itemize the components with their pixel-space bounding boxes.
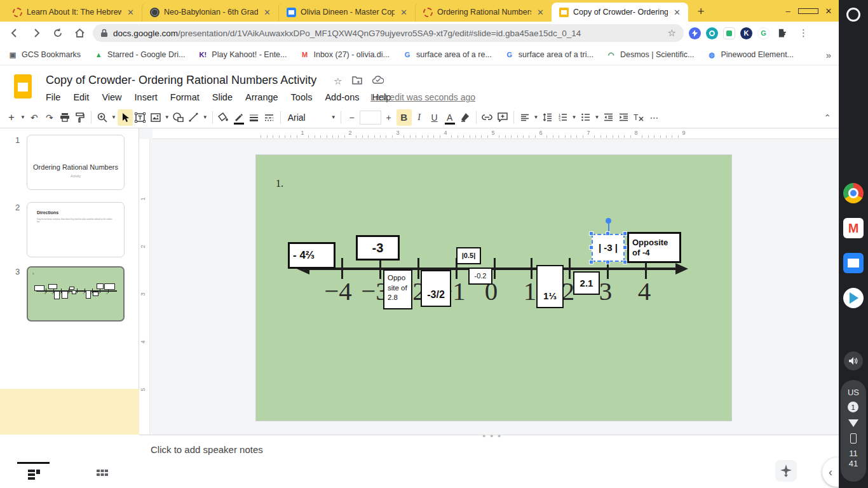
bold-button[interactable]: B	[397, 109, 412, 126]
zoom-button[interactable]	[95, 109, 110, 126]
box-2-1[interactable]: 2.1	[573, 271, 600, 295]
undo-button[interactable]: ↶	[27, 109, 42, 126]
bulleted-list-button[interactable]	[578, 109, 593, 126]
insert-link-button[interactable]	[480, 109, 495, 126]
extension-screencast-icon[interactable]	[723, 27, 735, 39]
browser-menu-icon[interactable]: ⋮	[796, 27, 811, 39]
close-window-button[interactable]: ✕	[818, 6, 839, 16]
redo-button[interactable]: ↷	[42, 109, 57, 126]
browser-tab-2[interactable]: Neo-Babylonian - 6th Grade S✕	[142, 3, 278, 22]
insert-line-button[interactable]	[186, 109, 201, 126]
bookmark-5[interactable]: Gsurface area of a re...	[402, 50, 492, 60]
resize-handle[interactable]	[589, 231, 593, 236]
fill-color-button[interactable]	[216, 109, 231, 126]
status-tray[interactable]: US 1 11 41	[841, 380, 866, 482]
align-button[interactable]	[517, 109, 532, 126]
bookmark-4[interactable]: MInbox (27) - olivia.di...	[299, 50, 390, 60]
box-neg-0-2[interactable]: -0.2	[468, 268, 492, 285]
bookmark-star-icon[interactable]: ☆	[668, 27, 676, 39]
collapse-toolbar-button[interactable]: ⌃	[820, 109, 835, 126]
border-color-button[interactable]	[231, 109, 247, 126]
box-neg-3[interactable]: -3	[356, 235, 400, 261]
box-neg-4-two-thirds[interactable]: - 4⅔	[288, 242, 336, 269]
box-abs-0-5[interactable]: |0.5|	[456, 247, 481, 264]
new-slide-button[interactable]: +	[4, 109, 19, 126]
cloud-status-icon[interactable]	[372, 76, 384, 87]
box-abs-neg-3[interactable]: | -3 |	[592, 234, 625, 262]
resize-handle[interactable]	[606, 260, 610, 264]
rotation-handle[interactable]	[606, 218, 611, 224]
menu-slide[interactable]: Slide	[212, 92, 233, 102]
numbered-list-button[interactable]: 123	[555, 109, 571, 126]
menu-insert[interactable]: Insert	[135, 92, 158, 102]
extension-grammarly-icon[interactable]: G	[757, 27, 770, 39]
font-size-input[interactable]	[360, 111, 381, 125]
slide-thumbnail-2[interactable]: Directions Drag the text boxes and place…	[27, 202, 125, 257]
bookmark-7[interactable]: ◠Desmos | Scientific...	[606, 50, 694, 60]
tab-close-icon[interactable]: ✕	[126, 8, 135, 17]
paint-format-button[interactable]	[72, 109, 88, 126]
underline-button[interactable]: U	[427, 109, 442, 126]
browser-tab-5[interactable]: Copy of Crowder- Ordering Ra✕	[552, 3, 688, 22]
play-store-shelf-icon[interactable]	[843, 288, 864, 308]
insert-shape-button[interactable]	[171, 109, 186, 126]
minimize-button[interactable]: –	[778, 6, 798, 16]
extension-kami-icon[interactable]: K	[740, 27, 752, 39]
menu-view[interactable]: View	[102, 92, 121, 102]
explore-button[interactable]	[775, 460, 797, 482]
browser-tab-1[interactable]: Learn About It: The Hebrews a✕	[5, 3, 142, 22]
star-document-icon[interactable]: ☆	[334, 76, 342, 87]
print-button[interactable]	[57, 109, 72, 126]
resize-handle[interactable]	[623, 260, 627, 264]
insert-image-button[interactable]	[148, 109, 163, 126]
move-folder-icon[interactable]	[352, 76, 362, 87]
new-tab-button[interactable]: +	[692, 3, 710, 20]
tab-close-icon[interactable]: ✕	[672, 8, 682, 17]
font-size-increase-button[interactable]: +	[381, 109, 397, 126]
extension-lightning-icon[interactable]	[689, 27, 701, 39]
select-tool-button[interactable]	[118, 109, 133, 126]
border-dash-button[interactable]	[262, 109, 277, 126]
border-weight-button[interactable]	[247, 109, 262, 126]
menu-file[interactable]: File	[46, 92, 60, 102]
address-bar[interactable]: docs.google.com/presentation/d/1VAikAuwa…	[93, 24, 684, 42]
browser-tab-3[interactable]: Olivia Dineen - Master Copy Ti✕	[278, 3, 415, 22]
text-box-button[interactable]	[133, 109, 148, 126]
numbered-list-dropdown[interactable]: ▼	[571, 114, 578, 120]
audio-settings-icon[interactable]	[844, 351, 863, 370]
speaker-notes-panel[interactable]: ● ● ● Click to add speaker notes	[139, 435, 839, 488]
increase-indent-button[interactable]	[616, 109, 631, 126]
back-button[interactable]	[6, 25, 23, 41]
bulleted-list-dropdown[interactable]: ▼	[593, 114, 600, 120]
home-button[interactable]	[71, 25, 88, 41]
text-color-button[interactable]: A	[442, 109, 458, 126]
box-neg-3-over-2[interactable]: -3/2	[421, 270, 451, 307]
box-opposite-of-neg-4[interactable]: Opposite of -4	[627, 232, 681, 263]
document-title[interactable]: Copy of Crowder- Ordering Rational Numbe…	[46, 74, 316, 87]
menu-format[interactable]: Format	[170, 92, 200, 102]
clear-formatting-button[interactable]: T	[631, 109, 646, 126]
insert-comment-button[interactable]	[495, 109, 510, 126]
browser-tab-4[interactable]: Ordering Rational Numbers✕	[415, 3, 552, 22]
menu-edit[interactable]: Edit	[73, 92, 89, 102]
font-family-select[interactable]: Arial	[284, 112, 330, 123]
tab-close-icon[interactable]: ✕	[262, 8, 272, 17]
resize-handle[interactable]	[623, 245, 627, 250]
slides-logo[interactable]	[14, 74, 32, 98]
line-spacing-button[interactable]	[540, 109, 555, 126]
more-toolbar-button[interactable]: ⋯	[646, 109, 661, 126]
docs-shelf-icon[interactable]	[843, 253, 864, 273]
slide-item-number[interactable]: 1.	[276, 178, 283, 189]
grid-view-button[interactable]	[97, 470, 109, 480]
bookmark-8[interactable]: ◍Pinewood Element...	[707, 50, 794, 60]
restore-button[interactable]	[798, 6, 818, 16]
box-opposite-of-2-8[interactable]: Opposite of 2.8	[383, 269, 412, 309]
slide-thumbnail-1[interactable]: Ordering Rational Numbers Activity	[27, 135, 125, 190]
italic-button[interactable]: I	[412, 109, 427, 126]
tab-close-icon[interactable]: ✕	[399, 8, 409, 17]
extensions-puzzle-icon[interactable]	[775, 25, 791, 41]
resize-handle[interactable]	[589, 260, 593, 264]
box-1-and-one-third[interactable]: 1⅓	[536, 265, 564, 308]
insert-image-dropdown[interactable]: ▼	[163, 114, 171, 120]
font-family-dropdown[interactable]: ▼	[330, 114, 337, 120]
